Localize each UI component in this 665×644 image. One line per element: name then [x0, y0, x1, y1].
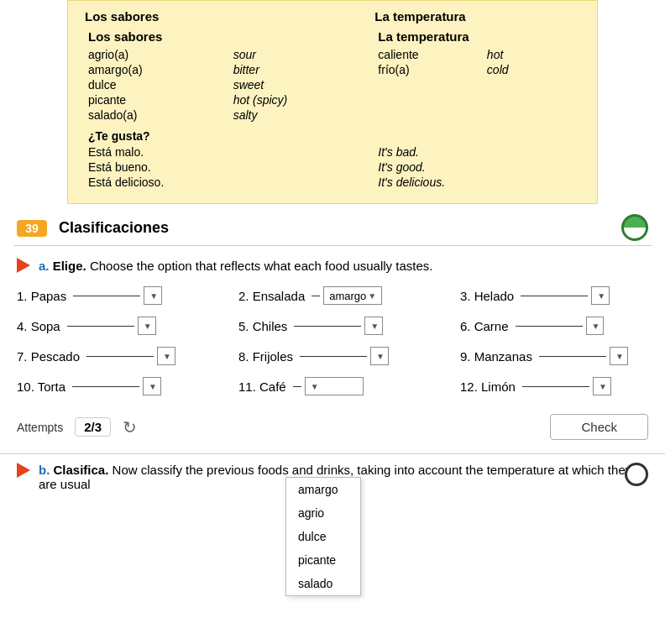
food-label-8: 8. Frijoles: [238, 349, 293, 364]
food-line-12: [522, 386, 589, 387]
vocab-s2-row-1: Está bueno. It's good.: [85, 160, 580, 175]
food-item-3: 3. Helado ▼: [460, 286, 648, 305]
food-dropdown-4[interactable]: ▼: [138, 317, 156, 335]
food-dropdown-5[interactable]: ▼: [364, 317, 383, 335]
vocab-sp-0: agrio(a): [85, 47, 230, 62]
food-dropdown-8[interactable]: ▼: [370, 347, 389, 365]
food-line-1: [73, 296, 140, 296]
vocab-col-temperatura: La temperatura: [374, 29, 580, 47]
vocab-header-temp-en: [484, 9, 580, 29]
chevron-icon-1: ▼: [149, 291, 158, 301]
exercise-bold-a: Elige.: [53, 259, 86, 273]
food-dropdown-9[interactable]: ▼: [610, 347, 628, 365]
food-item-2: 2. Ensalada amargo ▼: [238, 286, 427, 305]
food-item-10: 10. Torta ▼: [17, 377, 205, 395]
chevron-icon-3: ▼: [597, 291, 605, 301]
progress-indicator-b: [625, 463, 648, 486]
dropdown-option-salado[interactable]: salado: [286, 572, 360, 595]
food-dropdown-3[interactable]: ▼: [591, 286, 610, 305]
food-row-3: 7. Pescado ▼ 8. Frijoles ▼ 9. Manzanas: [17, 347, 648, 365]
vocab-col-sabores: Los sabores: [85, 29, 374, 47]
food-label-3: 3. Helado: [460, 289, 514, 303]
food-line-3: [521, 296, 588, 296]
section-badge: 39: [17, 220, 47, 237]
food-item-1: 1. Papas ▼: [17, 286, 205, 305]
vocab-sp2-2: [374, 77, 484, 92]
vocab-s2-sp-2: Está delicioso.: [85, 175, 374, 190]
food-item-5: 5. Chiles ▼: [238, 317, 427, 335]
vocab-en2-1: cold: [484, 62, 580, 77]
vocab-sp2-1: frío(a): [374, 62, 484, 77]
vocab-s2-row-0: Está malo. It's bad.: [85, 144, 580, 160]
section-title: Clasificaciones: [59, 219, 169, 237]
food-item-9: 9. Manzanas ▼: [460, 347, 648, 365]
dropdown-option-amargo[interactable]: amargo: [286, 478, 360, 501]
food-item-12: 12. Limón ▼: [460, 377, 648, 395]
chevron-icon-8: ▼: [376, 352, 385, 361]
food-dropdown-1[interactable]: ▼: [144, 286, 162, 305]
food-dropdown-2[interactable]: amargo ▼: [323, 286, 382, 305]
dropdown-popup-11: amargo agrio dulce picante salado: [285, 477, 361, 596]
chevron-icon-4: ▼: [144, 322, 152, 331]
vocab-sp2-0: caliente: [374, 47, 484, 62]
vocab-row-4: salado(a) salty: [85, 107, 580, 123]
vocab-row-3: picante hot (spicy): [85, 92, 580, 107]
vocab-s2-sp-1: Está bueno.: [85, 160, 374, 175]
vocab-sp-2: dulce: [85, 77, 230, 92]
dropdown-option-picante[interactable]: picante: [286, 548, 360, 572]
food-dropdown-11[interactable]: ▼: [305, 377, 364, 395]
vocab-s2-sp-0: Está malo.: [85, 144, 374, 160]
food-label-6: 6. Carne: [460, 319, 509, 333]
food-item-6: 6. Carne ▼: [460, 317, 648, 335]
food-line-8: [300, 356, 367, 357]
vocab-header-sabores: Los sabores: [85, 9, 230, 29]
food-line-4: [67, 326, 134, 327]
attempts-row: Attempts 2/3 ↻ Check: [0, 407, 665, 453]
vocab-sp2-4: [374, 107, 484, 123]
chevron-icon-12: ▼: [599, 382, 607, 391]
vocab-s2-en-1: It's good.: [374, 160, 580, 175]
vocab-en-3: hot (spicy): [230, 92, 375, 107]
chevron-icon-5: ▼: [370, 322, 379, 331]
vocab-table: Los sabores La temperatura Los sabores L…: [85, 9, 580, 190]
food-dropdown-10[interactable]: ▼: [143, 377, 161, 395]
dropdown-option-agrio[interactable]: agrio: [286, 501, 360, 525]
vocab-row-1: amargo(a) bitter frío(a) cold: [85, 62, 580, 77]
food-item-4: 4. Sopa ▼: [17, 317, 205, 335]
vocab-en-0: sour: [230, 47, 375, 62]
exercise-instructions-a: Choose the option that reflects what eac…: [90, 259, 433, 273]
food-dropdown-6[interactable]: ▼: [586, 317, 605, 335]
food-row-2: 4. Sopa ▼ 5. Chiles ▼ 6. Carne: [17, 317, 648, 335]
food-label-5: 5. Chiles: [238, 319, 287, 333]
exercise-letter-b: b.: [39, 463, 50, 477]
food-dropdown-7[interactable]: ▼: [157, 347, 175, 365]
attempts-label: Attempts: [17, 421, 63, 434]
food-item-7: 7. Pescado ▼: [17, 347, 205, 365]
vocab-en2-4: [484, 107, 580, 123]
vocab-en-2: sweet: [230, 77, 375, 92]
vocab-en-4: salty: [230, 107, 375, 123]
food-label-4: 4. Sopa: [17, 319, 60, 333]
section-divider: [13, 245, 652, 246]
vocab-sp2-3: [374, 92, 484, 107]
vocab-s2-en-2: It's delicious.: [374, 175, 580, 190]
food-label-12: 12. Limón: [460, 380, 516, 394]
vocab-sp-1: amargo(a): [85, 62, 230, 77]
food-dropdown-12[interactable]: ▼: [593, 377, 611, 395]
vocab-en2-3: [484, 92, 580, 107]
dropdown-option-dulce[interactable]: dulce: [286, 525, 360, 548]
attempts-badge: 2/3: [75, 417, 111, 437]
chevron-icon-11: ▼: [311, 382, 319, 391]
vocab-s2-en-0: It's bad.: [374, 144, 580, 160]
chevron-icon-10: ▼: [149, 382, 157, 391]
food-label-11: 11. Café: [238, 380, 286, 394]
vocab-s2-row-2: Está delicioso. It's delicious.: [85, 175, 580, 190]
food-label-1: 1. Papas: [17, 289, 66, 303]
vocab-en2-0: hot: [484, 47, 580, 62]
food-row-1: 1. Papas ▼ 2. Ensalada amargo ▼ 3. Helad…: [17, 286, 648, 305]
food-grid: 1. Papas ▼ 2. Ensalada amargo ▼ 3. Helad…: [0, 286, 665, 395]
check-button[interactable]: Check: [550, 414, 648, 440]
section-header: 39 Clasificaciones: [0, 204, 665, 245]
play-icon-a: [17, 258, 30, 273]
reset-icon[interactable]: ↻: [123, 417, 137, 437]
